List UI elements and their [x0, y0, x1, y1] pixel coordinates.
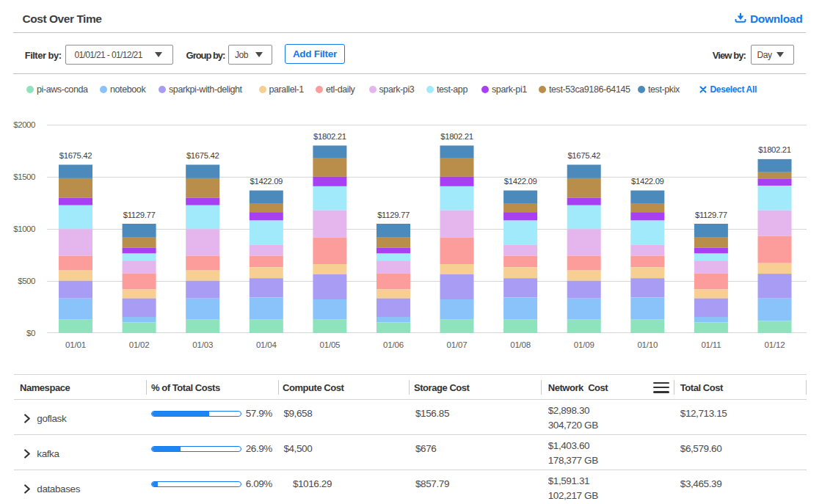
svg-text:01/06: 01/06: [383, 340, 404, 349]
svg-text:01/01: 01/01: [65, 340, 86, 349]
svg-text:01/02: 01/02: [129, 340, 150, 349]
svg-text:$1129.77: $1129.77: [377, 211, 410, 219]
svg-text:$1802.21: $1802.21: [758, 145, 791, 154]
svg-text:01/10: 01/10: [637, 340, 658, 349]
svg-text:01/08: 01/08: [510, 340, 531, 349]
svg-text:01/09: 01/09: [574, 340, 594, 349]
svg-text:01/11: 01/11: [701, 340, 721, 349]
svg-text:$1422.09: $1422.09: [504, 177, 537, 186]
svg-text:$1802.21: $1802.21: [313, 132, 346, 141]
svg-text:$500: $500: [18, 277, 35, 285]
svg-text:01/12: 01/12: [765, 340, 785, 349]
svg-text:$1129.77: $1129.77: [695, 211, 727, 219]
svg-text:01/07: 01/07: [447, 340, 468, 349]
svg-text:01/04: 01/04: [256, 340, 277, 349]
svg-text:$1500: $1500: [13, 172, 35, 181]
svg-text:$1675.42: $1675.42: [186, 151, 219, 160]
svg-text:$1422.09: $1422.09: [631, 177, 664, 186]
svg-text:01/03: 01/03: [192, 340, 213, 349]
svg-text:01/05: 01/05: [320, 340, 341, 349]
svg-text:$1000: $1000: [13, 224, 35, 233]
svg-text:$1675.42: $1675.42: [59, 151, 92, 160]
svg-text:$1675.42: $1675.42: [567, 151, 600, 160]
svg-text:$0: $0: [26, 329, 35, 337]
svg-text:$1422.09: $1422.09: [250, 177, 283, 186]
svg-text:$1802.21: $1802.21: [440, 132, 473, 141]
svg-text:$2000: $2000: [13, 120, 35, 129]
svg-text:$1129.77: $1129.77: [123, 211, 156, 219]
